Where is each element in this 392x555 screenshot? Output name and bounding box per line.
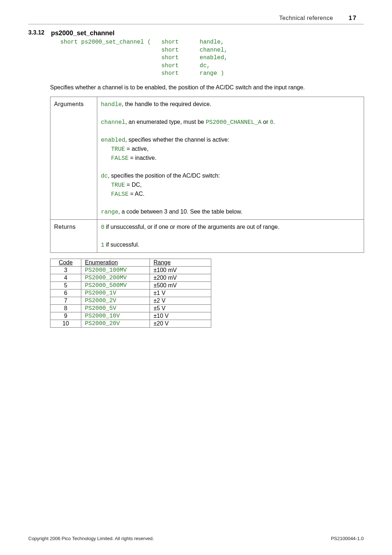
range-enum-cell: PS2000_10V: [81, 312, 150, 320]
range-table-row: 5 PS2000_500MV ±500 mV: [50, 281, 211, 289]
range-code-cell: 3: [50, 266, 81, 274]
range-enum-cell: PS2000_200MV: [81, 274, 150, 281]
footer-copyright: Copyright 2006 Pico Technology Limited. …: [28, 536, 154, 541]
arg-dc-desc: , specifies the position of the AC/DC sw…: [108, 173, 220, 179]
range-code-cell: 8: [50, 304, 81, 312]
section-title: ps2000_set_channel: [51, 29, 114, 37]
range-range-cell: ±10 V: [150, 312, 211, 320]
range-range-cell: ±500 mV: [150, 281, 211, 289]
range-code-cell: 6: [50, 289, 81, 297]
range-enum-cell: PS2000_5V: [81, 304, 150, 312]
range-table-row: 3 PS2000_100MV ±100 mV: [50, 266, 211, 274]
range-header-enum: Enumeration: [81, 259, 150, 266]
arg-enabled-desc: , specifies whether the channel is activ…: [125, 137, 229, 143]
footer-docid: PS2100044-1.0: [331, 536, 364, 541]
range-enum-cell: PS2000_1V: [81, 289, 150, 297]
returns-zero: 0: [101, 224, 105, 231]
arg-dc-name: dc: [101, 173, 108, 179]
range-table-row: 9 PS2000_10V ±10 V: [50, 312, 211, 320]
range-header-range: Range: [150, 259, 211, 266]
arg-handle-desc: , the handle to the required device.: [122, 101, 211, 107]
range-code-cell: 4: [50, 274, 81, 281]
returns-one-desc: if successful.: [105, 242, 139, 248]
arguments-label: Arguments: [50, 97, 97, 219]
arg-range-name: range: [101, 209, 118, 215]
range-range-cell: ±200 mV: [150, 274, 211, 281]
range-range-cell: ±20 V: [150, 320, 211, 327]
range-table-row: 10 PS2000_20V ±20 V: [50, 320, 211, 327]
range-header-code: Code: [50, 259, 81, 266]
arg-enabled-true-txt: = active,: [125, 146, 148, 152]
arg-handle-name: handle: [101, 101, 122, 108]
page-header: Technical reference 17: [28, 15, 364, 24]
range-table-row: 8 PS2000_5V ±5 V: [50, 304, 211, 312]
range-enum-cell: PS2000_100MV: [81, 266, 150, 274]
range-code-cell: 9: [50, 312, 81, 320]
returns-zero-desc: if unsuccessful, or if one or more of th…: [105, 224, 279, 230]
section-heading: 3.3.12 ps2000_set_channel: [28, 29, 364, 37]
arg-channel-mid: , an enumerated type, must be: [125, 119, 205, 125]
range-code-cell: 5: [50, 281, 81, 289]
document-page: Technical reference 17 3.3.12 ps2000_set…: [0, 0, 392, 555]
arg-enabled-name: enabled: [101, 137, 125, 143]
range-table-row: 4 PS2000_200MV ±200 mV: [50, 274, 211, 281]
arguments-returns-table: Arguments handle, the handle to the requ…: [50, 97, 364, 253]
returns-row: Returns 0 if unsuccessful, or if one or …: [50, 219, 364, 252]
header-page-number: 17: [349, 15, 357, 21]
range-range-cell: ±2 V: [150, 297, 211, 304]
range-range-cell: ±5 V: [150, 304, 211, 312]
arg-channel-name: channel: [101, 119, 125, 126]
returns-label: Returns: [50, 219, 97, 252]
range-table-header-row: Code Enumeration Range: [50, 259, 211, 266]
range-enum-cell: PS2000_20V: [81, 320, 150, 327]
arg-channel-or: or: [261, 119, 270, 125]
arguments-cell: handle, the handle to the required devic…: [97, 97, 364, 219]
range-table-row: 7 PS2000_2V ±2 V: [50, 297, 211, 304]
header-title: Technical reference: [279, 15, 333, 21]
range-range-cell: ±1 V: [150, 289, 211, 297]
section-number: 3.3.12: [28, 29, 49, 36]
range-enum-cell: PS2000_500MV: [81, 281, 150, 289]
arg-channel-code: PS2000_CHANNEL_A: [206, 119, 262, 126]
header-page-box: 17: [342, 15, 364, 22]
arg-enabled-false-code: FALSE: [111, 155, 128, 162]
arg-range-desc: , a code between 3 and 10. See the table…: [118, 208, 242, 215]
arg-dc-true-code: TRUE: [111, 182, 125, 189]
range-range-cell: ±100 mV: [150, 266, 211, 274]
page-footer: Copyright 2006 Pico Technology Limited. …: [28, 536, 364, 541]
function-signature-code: short ps2000_set_channel ( short handle,…: [60, 39, 364, 78]
range-table-row: 6 PS2000_1V ±1 V: [50, 289, 211, 297]
arg-dc-false-code: FALSE: [111, 191, 128, 198]
arg-enabled-false-txt: = inactive.: [128, 155, 156, 161]
arg-dc-true-txt: = DC,: [125, 182, 142, 188]
arguments-row: Arguments handle, the handle to the requ…: [50, 97, 364, 219]
intro-paragraph: Specifies whether a channel is to be ena…: [50, 84, 364, 92]
range-enum-cell: PS2000_2V: [81, 297, 150, 304]
returns-one: 1: [101, 242, 105, 248]
arg-enabled-true-code: TRUE: [111, 146, 125, 153]
returns-cell: 0 if unsuccessful, or if one or more of …: [97, 219, 364, 252]
range-code-table: Code Enumeration Range 3 PS2000_100MV ±1…: [50, 259, 211, 328]
range-code-cell: 7: [50, 297, 81, 304]
arg-dc-false-txt: = AC.: [128, 191, 144, 197]
range-code-cell: 10: [50, 320, 81, 327]
arg-channel-zero: 0: [270, 119, 273, 126]
